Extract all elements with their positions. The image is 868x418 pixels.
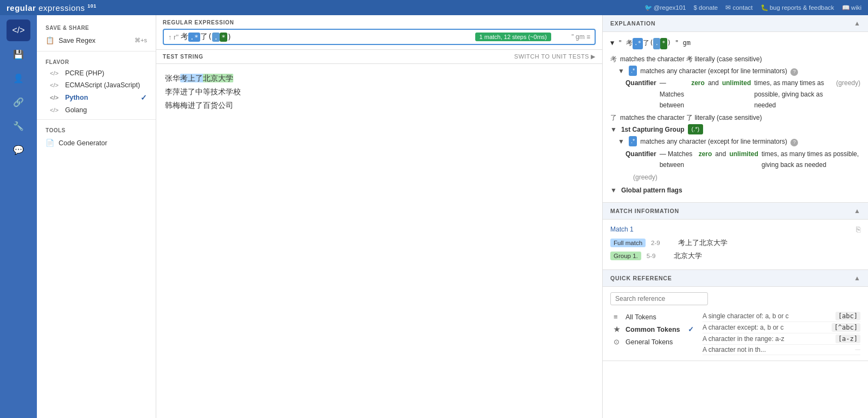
full-match-label: Full match — [610, 239, 646, 247]
qr-ref-row-3: A character in the range: a-z [a-z] — [703, 333, 860, 345]
group1-value: 北京大学 — [674, 251, 702, 261]
test-match-group1: 北京大学 — [203, 74, 233, 82]
code-generator-button[interactable]: 📄 Code Generator — [37, 136, 156, 150]
common-tokens-label: Common Tokens — [626, 326, 680, 333]
sidebar-link-icon[interactable]: 🔗 — [7, 91, 30, 113]
left-panel: SAVE & SHARE 📋 Save Regex ⌘+s FLAVOR </>… — [37, 15, 156, 418]
right-panel: EXPLANATION ▲ ▼ " 考.*了(.*) " gm 考 matche… — [602, 15, 868, 418]
exp-group-quantifier: Quantifier — Matches between zero and un… — [610, 149, 860, 171]
exp-dotstar-quantifier: Quantifier — Matches between zero and un… — [610, 78, 860, 111]
match-info-chevron: ▲ — [854, 207, 860, 215]
dotstar-info-icon[interactable]: ? — [790, 68, 798, 76]
sidebar-save-icon[interactable]: 💾 — [7, 43, 30, 65]
exp-kao-literal: 考 matches the character 考 literally (cas… — [610, 54, 860, 65]
qr-ref-code-4 — [855, 349, 860, 350]
test-content[interactable]: 张华考上了北京大学 李萍进了中等技术学校 韩梅梅进了百货公司 — [156, 64, 602, 418]
qr-ref-desc-4: A character not in th... — [703, 346, 851, 353]
save-regex-label: Save Regex — [59, 37, 95, 44]
regex-area: REGULAR EXPRESSION ↑ r" 考 .* 了( . * ) 1 … — [156, 15, 602, 50]
full-match-value: 考上了北京大学 — [678, 238, 727, 248]
explanation-header[interactable]: EXPLANATION ▲ — [603, 15, 868, 32]
regex-literal-kao: 考 — [181, 32, 188, 42]
test-line-2: 李萍进了中等技术学校 — [165, 85, 593, 99]
qr-ref-row-2: A character except: a, b or c [^abc] — [703, 322, 860, 333]
all-tokens-label: All Tokens — [626, 313, 656, 321]
top-navigation: regular expressions 101 🐦 @regex101 $ do… — [0, 0, 868, 15]
qr-ref-desc-1: A single character of: a, b or c — [703, 312, 831, 320]
tools-title: TOOLS — [37, 123, 156, 136]
divider-2 — [37, 119, 156, 120]
match-info-header[interactable]: MATCH INFORMATION ▲ — [603, 203, 868, 220]
quick-ref-title: QUICK REFERENCE — [610, 275, 854, 281]
bug-reports-link[interactable]: 🐛 bug reports & feedback — [761, 4, 834, 11]
qr-grid: ≡ All Tokens ★ Common Tokens ✓ ⊙ General… — [610, 311, 860, 355]
common-tokens-check: ✓ — [688, 325, 694, 333]
exp-group-badge: (.*) — [688, 124, 704, 134]
flavor-golang-tag: </> — [50, 107, 59, 113]
match-info-section: MATCH INFORMATION ▲ Match 1 ⎘ Full match… — [603, 203, 868, 270]
save-share-title: SAVE & SHARE — [37, 21, 156, 33]
regex-input-row[interactable]: ↑ r" 考 .* 了( . * ) 1 match, 12 steps (~0… — [163, 29, 596, 45]
test-line-3: 韩梅梅进了百货公司 — [165, 99, 593, 112]
switch-unit-tests-button[interactable]: SWITCH TO UNIT TESTS ▶ — [514, 53, 596, 60]
general-tokens-label: General Tokens — [626, 338, 673, 346]
exp-dotstar-badge: .* — [629, 66, 637, 76]
save-regex-shortcut: ⌘+s — [135, 37, 147, 44]
explanation-chevron: ▲ — [854, 20, 860, 27]
twitter-link[interactable]: 🐦 @regex101 — [644, 4, 686, 11]
explanation-root: ▼ " 考.*了(.*) " gm — [610, 37, 860, 49]
sidebar-comment-icon[interactable]: 💬 — [7, 139, 30, 160]
flavor-pcre-tag: </> — [50, 70, 59, 76]
general-tokens-item[interactable]: ⊙ General Tokens — [610, 336, 697, 348]
common-tokens-item[interactable]: ★ Common Tokens ✓ — [610, 323, 697, 336]
match-num-text: Match 1 — [610, 226, 634, 233]
save-regex-button[interactable]: 📋 Save Regex ⌘+s — [37, 33, 156, 48]
group1-range: 5-9 — [647, 253, 668, 259]
flavor-ecma-label: ECMAScript (JavaScript) — [65, 81, 140, 89]
all-tokens-icon: ≡ — [614, 313, 622, 321]
flavor-ecmascript[interactable]: </> ECMAScript (JavaScript) — [37, 79, 156, 91]
flavor-python[interactable]: </> Python ✓ — [37, 91, 156, 104]
qr-ref-row-1: A single character of: a, b or c [abc] — [703, 311, 860, 322]
regex-flags: " gm ≡ — [571, 33, 590, 41]
flavor-golang[interactable]: </> Golang — [37, 104, 156, 116]
regex-quantifier-star: * — [220, 33, 227, 42]
sidebar-user-icon[interactable]: 👤 — [7, 67, 30, 89]
exp-group1-header: ▼ 1st Capturing Group (.*) — [610, 124, 860, 135]
regex-label: REGULAR EXPRESSION — [163, 20, 596, 25]
donate-link[interactable]: $ donate — [693, 4, 718, 11]
flavor-python-check: ✓ — [141, 93, 147, 102]
code-generator-label: Code Generator — [59, 139, 107, 147]
test-line-1-prefix: 张华 — [165, 74, 180, 82]
sidebar-wrench-icon[interactable]: 🔧 — [7, 115, 30, 137]
common-tokens-icon: ★ — [614, 325, 622, 333]
main-layout: </> 💾 👤 🔗 🔧 💬 SAVE & SHARE 📋 Save Regex … — [0, 15, 868, 418]
divider-1 — [37, 51, 156, 52]
sidebar-regex-icon[interactable]: </> — [7, 20, 30, 41]
exp-le-literal: 了 matches the character 了 literally (cas… — [610, 112, 860, 123]
flavor-python-tag: </> — [50, 94, 59, 101]
qr-ref-code-3: [a-z] — [835, 335, 860, 343]
contact-link[interactable]: ✉ contact — [725, 4, 752, 11]
all-tokens-item[interactable]: ≡ All Tokens — [610, 311, 697, 323]
test-area: TEST STRING SWITCH TO UNIT TESTS ▶ 张华考上了… — [156, 50, 602, 418]
exp-global-flags: ▼ Global pattern flags — [610, 185, 860, 196]
match-copy-icon[interactable]: ⎘ — [856, 225, 860, 234]
middle-panel: REGULAR EXPRESSION ↑ r" 考 .* 了( . * ) 1 … — [156, 15, 602, 418]
qr-ref-row-4: A character not in th... — [703, 345, 860, 355]
wiki-link[interactable]: 📖 wiki — [842, 4, 861, 11]
explanation-body: ▼ " 考.*了(.*) " gm 考 matches the characte… — [603, 32, 868, 202]
test-header: TEST STRING SWITCH TO UNIT TESTS ▶ — [156, 50, 602, 64]
quick-ref-chevron: ▲ — [854, 274, 860, 282]
quick-ref-header[interactable]: QUICK REFERENCE ▲ — [603, 270, 868, 287]
exp-group-dotstar-badge: .* — [629, 136, 637, 146]
quick-ref-section: QUICK REFERENCE ▲ ≡ All Tokens ★ Common … — [603, 270, 868, 361]
exp-dotstar: ▼ .* matches any character (except for l… — [610, 66, 860, 76]
search-reference-input[interactable] — [610, 292, 708, 305]
flavor-pcre-label: PCRE (PHP) — [65, 69, 104, 77]
test-match-full: 考上了北京大学 — [180, 74, 233, 82]
group-dotstar-info-icon[interactable]: ? — [790, 139, 798, 146]
group1-label: Group 1. — [610, 252, 641, 260]
flavor-pcre[interactable]: </> PCRE (PHP) — [37, 67, 156, 79]
test-line-1: 张华考上了北京大学 — [165, 72, 593, 85]
